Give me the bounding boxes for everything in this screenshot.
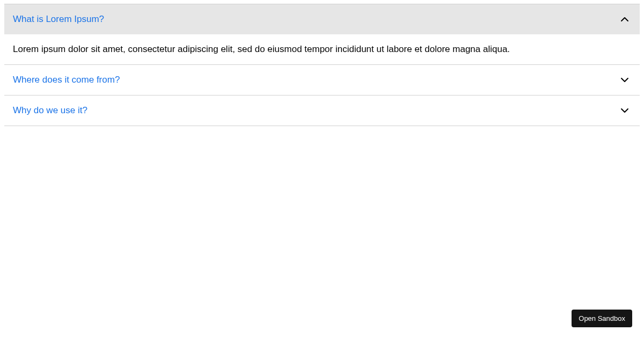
accordion-item: Why do we use it?	[4, 95, 640, 126]
accordion-header-what-is-lorem[interactable]: What is Lorem Ipsum?	[4, 4, 640, 34]
chevron-down-icon	[618, 104, 631, 117]
accordion-header-why-use[interactable]: Why do we use it?	[4, 95, 640, 126]
accordion-title: What is Lorem Ipsum?	[13, 14, 104, 25]
chevron-down-icon	[618, 74, 631, 86]
accordion-content: Lorem ipsum dolor sit amet, consectetur …	[4, 34, 640, 64]
accordion-title: Why do we use it?	[13, 105, 87, 116]
accordion-title: Where does it come from?	[13, 75, 120, 85]
accordion-header-where-from[interactable]: Where does it come from?	[4, 65, 640, 95]
accordion-item: Where does it come from?	[4, 64, 640, 95]
accordion: What is Lorem Ipsum? Lorem ipsum dolor s…	[0, 0, 644, 130]
chevron-up-icon	[618, 13, 631, 26]
accordion-item: What is Lorem Ipsum? Lorem ipsum dolor s…	[4, 4, 640, 65]
open-sandbox-button[interactable]: Open Sandbox	[572, 310, 632, 327]
